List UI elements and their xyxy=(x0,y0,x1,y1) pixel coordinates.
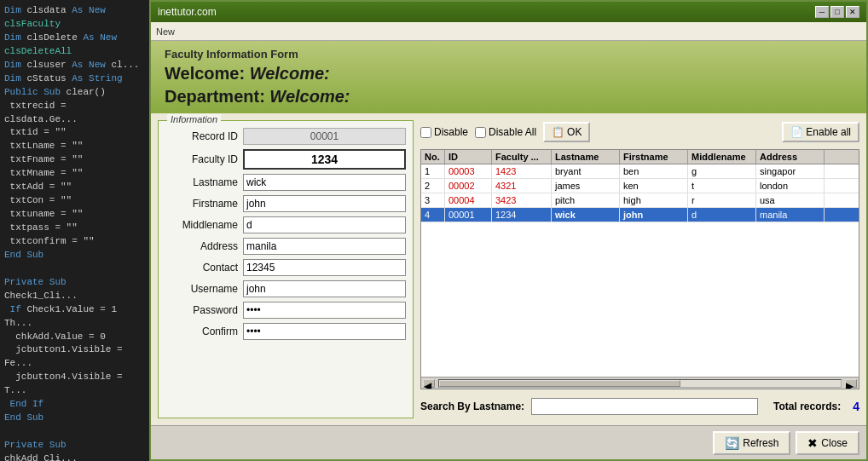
password-label: Password xyxy=(165,304,238,316)
cell-address: london xyxy=(756,179,825,193)
record-id-row: Record ID 00001 xyxy=(165,128,406,145)
cell-lastname: pitch xyxy=(552,193,620,207)
minimize-button[interactable]: ─ xyxy=(815,6,829,18)
address-label: Address xyxy=(165,240,238,252)
header-section: Faculty Information Form Welcome: Welcom… xyxy=(151,41,866,113)
welcome-static: Welcome: xyxy=(165,64,250,83)
table-row[interactable]: 2 00002 4321 james ken t london xyxy=(421,179,859,193)
password-row: Password xyxy=(165,302,406,319)
lastname-label: Lastname xyxy=(165,176,238,188)
main-window: inettutor.com ─ □ ✕ New Faculty Informat… xyxy=(149,0,868,461)
title-bar: inettutor.com ─ □ ✕ xyxy=(151,2,866,22)
bottom-bar: 🔄 Refresh ✖ Close xyxy=(151,425,866,459)
cell-faculty: 1423 xyxy=(492,164,552,178)
password-input[interactable] xyxy=(243,302,406,319)
cell-firstname: ben xyxy=(620,164,688,178)
refresh-icon: 🔄 xyxy=(725,436,739,450)
disable-all-label: Disable All xyxy=(489,126,536,138)
refresh-button[interactable]: 🔄 Refresh xyxy=(713,431,790,455)
table-row[interactable]: 1 00003 1423 bryant ben g singapor xyxy=(421,164,859,179)
close-icon: ✖ xyxy=(807,436,818,450)
middlename-input[interactable] xyxy=(243,216,406,233)
contact-input[interactable] xyxy=(243,259,406,276)
col-header-id: ID xyxy=(445,150,492,164)
dept-value: Welcome: xyxy=(269,87,350,106)
col-header-lastname: Lastname xyxy=(552,150,620,164)
col-header-firstname: Firstname xyxy=(620,150,688,164)
close-label: Close xyxy=(821,437,848,449)
dept-line: Department: Welcome: xyxy=(165,87,853,107)
cell-middlename: g xyxy=(688,164,756,178)
cell-id: 00001 xyxy=(445,208,492,222)
disable-all-checkbox-item[interactable]: Disable All xyxy=(475,126,536,138)
lastname-input[interactable] xyxy=(243,174,406,191)
scroll-right-btn[interactable]: ▶ xyxy=(845,379,857,388)
firstname-row: Firstname xyxy=(165,195,406,212)
disable-label: Disable xyxy=(434,126,468,138)
col-header-address: Address xyxy=(756,150,825,164)
cell-middlename: r xyxy=(688,193,756,207)
confirm-label: Confirm xyxy=(165,326,238,337)
table-row[interactable]: 4 00001 1234 wick john d manila xyxy=(421,208,859,222)
refresh-label: Refresh xyxy=(743,437,778,449)
total-count: 4 xyxy=(853,400,859,413)
cell-no: 3 xyxy=(421,193,445,207)
cell-address: manila xyxy=(756,208,825,222)
cell-middlename: d xyxy=(688,208,756,222)
contact-label: Contact xyxy=(165,262,238,274)
faculty-id-display: 1234 xyxy=(243,149,406,170)
cell-id: 00002 xyxy=(445,179,492,193)
cell-id: 00004 xyxy=(445,193,492,207)
ok-button[interactable]: 📋 OK xyxy=(543,122,590,142)
search-input[interactable] xyxy=(531,398,758,415)
col-header-faculty: Faculty ... xyxy=(492,150,552,164)
disable-checkbox-item[interactable]: Disable xyxy=(420,126,468,138)
total-records-label: Total records: xyxy=(773,400,841,412)
username-input[interactable] xyxy=(243,280,406,297)
username-row: Username xyxy=(165,280,406,297)
enable-all-icon: 📄 xyxy=(790,126,803,138)
record-id-label: Record ID xyxy=(165,130,238,142)
form-legend: Information xyxy=(167,114,221,124)
cell-firstname: john xyxy=(620,208,688,222)
content-area: Information Record ID 00001 Faculty ID 1… xyxy=(151,113,866,425)
data-grid: No. ID Faculty ... Lastname Firstname Mi… xyxy=(420,149,859,389)
scroll-thumb xyxy=(439,380,680,387)
cell-address: usa xyxy=(756,193,825,207)
scroll-left-btn[interactable]: ◀ xyxy=(423,379,435,388)
enable-all-button[interactable]: 📄 Enable all xyxy=(782,122,859,142)
table-row[interactable]: 3 00004 3423 pitch high r usa xyxy=(421,193,859,208)
confirm-input[interactable] xyxy=(243,323,406,340)
cell-lastname: bryant xyxy=(552,164,620,178)
right-panel: Disable Disable All 📋 OK 📄 Enable all xyxy=(420,120,859,418)
cell-address: singapor xyxy=(756,164,825,178)
scroll-track[interactable] xyxy=(438,379,842,388)
middlename-label: Middlename xyxy=(165,219,238,231)
dept-static: Department: xyxy=(165,87,269,106)
username-label: Username xyxy=(165,283,238,295)
cell-no: 1 xyxy=(421,164,445,178)
ok-icon: 📋 xyxy=(552,126,564,138)
firstname-label: Firstname xyxy=(165,198,238,210)
cell-lastname: james xyxy=(552,179,620,193)
maximize-button[interactable]: □ xyxy=(830,6,844,18)
title-bar-buttons: ─ □ ✕ xyxy=(815,6,859,18)
close-button[interactable]: ✖ Close xyxy=(796,431,859,455)
disable-checkbox[interactable] xyxy=(420,127,431,138)
close-title-button[interactable]: ✕ xyxy=(846,6,859,18)
cell-no: 4 xyxy=(421,208,445,222)
grid-body: 1 00003 1423 bryant ben g singapor 2 000… xyxy=(421,164,859,377)
grid-horizontal-scrollbar[interactable]: ◀ ▶ xyxy=(421,377,859,389)
cell-faculty: 4321 xyxy=(492,179,552,193)
search-area: Search By Lastname: Total records: 4 xyxy=(420,395,859,418)
top-controls: Disable Disable All 📋 OK 📄 Enable all xyxy=(420,120,859,144)
address-row: Address xyxy=(165,238,406,255)
firstname-input[interactable] xyxy=(243,195,406,212)
toolbar: New xyxy=(151,22,866,41)
address-input[interactable] xyxy=(243,238,406,255)
faculty-id-row: Faculty ID 1234 xyxy=(165,149,406,170)
col-header-middlename: Middlename xyxy=(688,150,756,164)
record-id-display: 00001 xyxy=(243,128,406,145)
disable-all-checkbox[interactable] xyxy=(475,127,486,138)
toolbar-new-label: New xyxy=(156,26,175,37)
